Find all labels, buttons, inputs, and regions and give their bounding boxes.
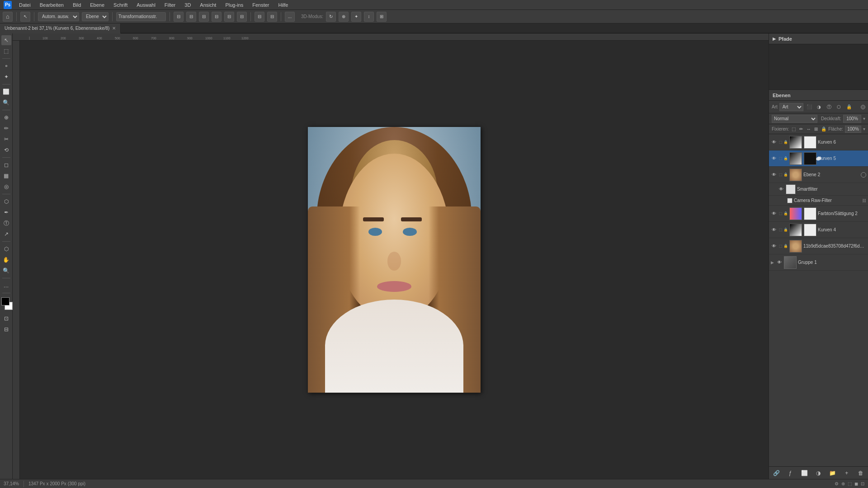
new-adjustment-button[interactable]: ◑ [814,469,823,478]
layer-type-filter[interactable]: Art Name Effekt [779,103,803,111]
eraser-tool[interactable]: ◻ [1,160,11,170]
distribute-button[interactable]: ⊟ [255,12,264,22]
filter-smart-icon[interactable]: 🔒 [845,103,853,111]
menu-filter[interactable]: Filter [163,1,177,9]
layer-visibility-kurven6[interactable]: 👁 [771,139,777,145]
layer-visibility-farbton[interactable]: 👁 [771,211,777,217]
auto-select-dropdown[interactable]: Autom. ausw. [38,12,79,21]
opacity-input[interactable] [843,115,861,123]
status-icon-4[interactable]: ◼ [854,481,858,486]
fg-bg-colors[interactable] [0,297,13,310]
status-icon-3[interactable]: ⬚ [848,481,852,486]
filter-pixel-icon[interactable]: ⬛ [805,103,813,111]
3d-mode-4[interactable]: ↕ [364,12,374,22]
menu-3d[interactable]: 3D [183,1,193,9]
3d-mode-5[interactable]: ⊞ [377,12,387,22]
fill-chevron[interactable]: ▾ [863,127,865,131]
smart-filter-chain-icon[interactable]: ⛓ [862,198,866,203]
layer-visibility-ebene2[interactable]: 👁 [771,172,777,178]
fill-input[interactable] [845,126,861,133]
align-bottom-button[interactable]: ⊟ [237,12,247,22]
gruppe-collapse-arrow[interactable]: ▶ [771,260,774,265]
zoom-tool[interactable]: 🔍 [1,266,11,276]
delete-layer-button[interactable]: 🗑 [856,469,865,478]
add-style-button[interactable]: ƒ [786,469,795,478]
layer-kurven5[interactable]: 👁 ⬚🔒 Kurven 5 [769,150,868,167]
doc-tab[interactable]: Unbenannt-2 bei 37,1% (Kurven 6, Ebenenm… [0,23,121,33]
layer-visibility-kurven5[interactable]: 👁 [771,155,777,162]
menu-bearbeiten[interactable]: Bearbeiten [38,1,66,9]
layer-kurven4[interactable]: 👁 ⬚🔒 Kurven 4 [769,222,868,238]
blur-tool[interactable]: ◎ [1,182,11,192]
more-tools[interactable]: … [1,281,11,291]
transform-input[interactable] [116,12,166,21]
layer-camera-raw[interactable]: Camera Raw-Filter ⛓ [769,196,868,206]
text-tool[interactable]: Ⓣ [1,218,11,228]
shape-tool[interactable]: ⬡ [1,244,11,254]
home-button[interactable]: ⌂ [3,12,13,22]
layer-kurven6[interactable]: 👁 ⬚🔒 Kurven 6 [769,134,868,150]
blend-mode-select[interactable]: Normal [772,115,817,123]
layer-dropdown[interactable]: Ebene [82,12,108,21]
layer-visibility-photo[interactable]: 👁 [771,243,777,249]
selection-tool[interactable]: ⬚ [1,46,11,56]
new-group-button[interactable]: 📁 [828,469,837,478]
doc-tab-close[interactable]: ✕ [112,26,116,31]
align-left-button[interactable]: ⊟ [174,12,184,22]
lock-transparent-button[interactable]: ⬚ [791,126,797,133]
filter-adjust-icon[interactable]: ◑ [815,103,823,111]
menu-schrift[interactable]: Schrift [112,1,129,9]
menu-ebene[interactable]: Ebene [88,1,106,9]
hand-tool[interactable]: ✋ [1,255,11,265]
crop-tool[interactable]: ⬜ [1,87,11,97]
3d-mode-2[interactable]: ⊕ [339,12,349,22]
menu-hilfe[interactable]: Hilfe [276,1,290,9]
status-icon-5[interactable]: ⊡ [861,481,864,486]
menu-datei[interactable]: Datei [17,1,33,9]
menu-ansicht[interactable]: Ansicht [198,1,218,9]
layer-ebene2[interactable]: 👁 ⬚🔒 Ebene 2 [769,167,868,183]
3d-mode-3[interactable]: ✦ [351,12,361,22]
distribute-v-button[interactable]: ⊟ [267,12,277,22]
layer-visibility-smartfilter[interactable]: 👁 [778,186,784,192]
move-tool[interactable]: ↖ [1,35,11,45]
photo-canvas[interactable] [308,127,481,393]
magic-wand-tool[interactable]: ✦ [1,72,11,82]
layer-visibility-kurven4[interactable]: 👁 [771,227,777,233]
menu-fenster[interactable]: Fenster [250,1,271,9]
status-icon-2[interactable]: ⊕ [841,481,845,486]
more-options-button[interactable]: ... [285,12,295,22]
opacity-chevron[interactable]: ▾ [863,116,865,121]
history-brush-tool[interactable]: ⟲ [1,145,11,155]
layer-photo[interactable]: 👁 ⬚🔒 11b9d5dcae835708d472f6d3f4ca4c7 [769,238,868,254]
menu-plugins[interactable]: Plug-ins [223,1,245,9]
healing-tool[interactable]: ⊕ [1,113,11,122]
clone-stamp-tool[interactable]: ✂ [1,134,11,144]
dodge-tool[interactable]: ⬡ [1,197,11,206]
screen-mode[interactable]: ⊟ [1,324,11,334]
new-layer-button[interactable]: + [842,469,851,478]
quick-mask-mode[interactable]: ⊡ [1,314,11,324]
gradient-tool[interactable]: ▦ [1,171,11,181]
lock-image-button[interactable]: ✏ [798,126,804,133]
menu-auswahl[interactable]: Auswahl [135,1,157,9]
brush-tool[interactable]: ✏ [1,123,11,133]
3d-mode-1[interactable]: ↻ [326,12,336,22]
layer-gruppe1[interactable]: ▶ 👁 Gruppe 1 [769,254,868,271]
paths-panel-header[interactable]: ▶ Pfade [769,33,868,44]
layer-link-button[interactable]: 🔗 [772,469,781,478]
align-top-button[interactable]: ⊟ [212,12,222,22]
filter-type-icon[interactable]: Ⓣ [825,103,833,111]
lock-artboard-button[interactable]: ⊞ [813,126,819,133]
status-icon-1[interactable]: ⚙ [835,481,839,486]
add-mask-button[interactable]: ⬜ [800,469,809,478]
path-select-tool[interactable]: ↗ [1,229,11,239]
align-center-v-button[interactable]: ⊟ [224,12,234,22]
eyedropper-tool[interactable]: 🔍 [1,98,11,108]
lasso-tool[interactable]: ⚬ [1,61,11,71]
foreground-color[interactable] [1,297,9,305]
menu-bild[interactable]: Bild [71,1,83,9]
lock-position-button[interactable]: ↔ [806,126,811,133]
align-right-button[interactable]: ⊟ [199,12,209,22]
layer-smartfilter[interactable]: 👁 Smartfilter [769,183,868,196]
